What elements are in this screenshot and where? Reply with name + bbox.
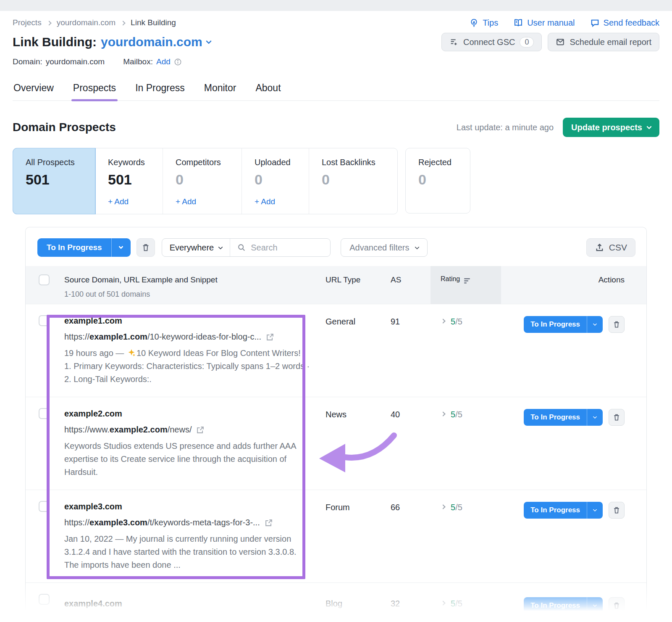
domain-value: yourdomain.com (46, 57, 105, 66)
snippet-text: 19 hours ago — 10 Keyword Ideas For Blog… (64, 347, 312, 386)
tab-prospects[interactable]: Prospects (73, 82, 116, 100)
to-in-progress-caret[interactable] (587, 409, 603, 426)
card-label: Keywords (108, 158, 158, 167)
external-link-icon[interactable] (265, 332, 275, 342)
page-title-prefix: Link Building: (13, 35, 97, 49)
chevron-down-icon (218, 245, 223, 249)
breadcrumb-projects[interactable]: Projects (13, 18, 42, 27)
as-value: 66 (386, 502, 430, 572)
col-rating-label: Rating (441, 266, 460, 283)
send-feedback-label: Send feedback (604, 18, 659, 28)
add-competitors-link[interactable]: + Add (176, 197, 237, 206)
row-checkbox[interactable] (39, 501, 50, 512)
tab-monitor[interactable]: Monitor (204, 82, 236, 100)
to-in-progress-caret[interactable] (587, 502, 603, 519)
page-title-domain[interactable]: yourdomain.com (101, 35, 202, 49)
card-keywords[interactable]: Keywords 501 + Add (95, 148, 163, 214)
source-domain: example4.com (64, 599, 321, 609)
as-value: 91 (386, 316, 430, 386)
row-checkbox[interactable] (39, 594, 50, 605)
delete-row-button[interactable] (609, 409, 625, 426)
delete-row-button[interactable] (609, 597, 625, 614)
card-value: 0 (322, 171, 393, 188)
search-input[interactable] (251, 243, 323, 253)
export-csv-button[interactable]: CSV (586, 238, 635, 257)
col-url-type-header[interactable]: URL Type (321, 266, 386, 285)
row-checkbox[interactable] (39, 315, 50, 326)
to-in-progress-button[interactable]: To In Progress (524, 409, 603, 426)
card-rejected[interactable]: Rejected 0 (405, 148, 470, 213)
bulk-delete-button[interactable] (136, 238, 155, 257)
tab-about[interactable]: About (255, 82, 281, 100)
search-field[interactable] (230, 239, 330, 256)
schedule-email-report-button[interactable]: Schedule email report (548, 33, 659, 51)
chevron-right-icon (47, 21, 51, 25)
rows-range-text: 1-100 out of 501 domains (64, 290, 321, 299)
trash-icon (612, 506, 621, 514)
info-icon[interactable] (174, 58, 182, 66)
advanced-filters-dropdown[interactable]: Advanced filters (341, 238, 427, 257)
sort-bars-icon (464, 278, 471, 284)
chevron-right-icon[interactable] (441, 504, 445, 509)
card-uploaded[interactable]: Uploaded 0 + Add (242, 148, 309, 214)
card-all-prospects[interactable]: All Prospects 501 (13, 148, 95, 214)
url-type-value: Blog (321, 595, 386, 614)
external-link-icon[interactable] (196, 425, 205, 435)
select-all-checkbox[interactable] (39, 274, 50, 285)
bulk-action-caret[interactable] (111, 238, 131, 257)
delete-row-button[interactable] (609, 502, 625, 519)
mailbox-add-link[interactable]: Add (156, 57, 171, 66)
trash-icon (141, 243, 150, 252)
speech-bubble-icon (590, 18, 600, 28)
row-checkbox[interactable] (39, 408, 50, 419)
tips-link[interactable]: Tips (469, 18, 498, 28)
breadcrumb-domain[interactable]: yourdomain.com (57, 18, 116, 27)
user-manual-link[interactable]: User manual (513, 18, 575, 28)
to-in-progress-label: To In Progress (524, 316, 587, 333)
send-feedback-link[interactable]: Send feedback (590, 18, 659, 28)
external-link-icon[interactable] (264, 518, 273, 527)
col-as-header[interactable]: AS (386, 266, 430, 285)
tab-in-progress[interactable]: In Progress (135, 82, 185, 100)
bulk-to-in-progress-button[interactable]: To In Progress (37, 238, 131, 257)
trash-icon (612, 413, 621, 422)
update-prospects-button[interactable]: Update prospects (563, 118, 659, 137)
to-in-progress-caret[interactable] (587, 316, 603, 333)
to-in-progress-label: To In Progress (524, 409, 587, 426)
magnifier-icon (237, 243, 246, 252)
user-manual-label: User manual (527, 18, 575, 28)
tab-overview[interactable]: Overview (13, 82, 54, 100)
chevron-right-icon[interactable] (441, 601, 445, 605)
chevron-right-icon[interactable] (441, 411, 445, 416)
source-domain: example1.com (64, 316, 321, 326)
chevron-down-icon (646, 124, 652, 129)
chevron-down-icon[interactable] (206, 38, 212, 44)
card-value: 501 (26, 171, 91, 188)
connect-gsc-button[interactable]: Connect GSC 0 (441, 33, 542, 51)
schedule-email-report-label: Schedule email report (570, 37, 651, 47)
to-in-progress-button[interactable]: To In Progress (524, 502, 603, 519)
book-icon (513, 18, 523, 28)
search-scope-dropdown[interactable]: Everywhere (162, 239, 231, 256)
card-competitors[interactable]: Competitors 0 + Add (163, 148, 242, 214)
col-rating-header[interactable]: Rating (430, 266, 501, 304)
breadcrumb: Projects yourdomain.com Link Building (13, 18, 176, 27)
card-label: Competitors (176, 158, 237, 167)
breadcrumb-current: Link Building (131, 18, 176, 27)
to-in-progress-caret[interactable] (587, 597, 603, 614)
to-in-progress-button[interactable]: To In Progress (524, 316, 603, 333)
url-type-value: General (321, 316, 386, 386)
rating-cell: 5/5 (430, 409, 501, 479)
update-prospects-label: Update prospects (571, 123, 642, 132)
lightbulb-icon (469, 18, 479, 28)
add-uploaded-link[interactable]: + Add (255, 197, 304, 206)
card-value: 0 (255, 171, 304, 188)
to-in-progress-button[interactable]: To In Progress (524, 597, 603, 614)
card-lost-backlinks[interactable]: Lost Backlinks 0 (309, 148, 397, 214)
advanced-filters-label: Advanced filters (349, 243, 409, 253)
bulk-action-label: To In Progress (37, 238, 111, 257)
table-row: example1.com https://example1.com/10-key… (26, 304, 646, 397)
delete-row-button[interactable] (609, 316, 625, 333)
add-keywords-link[interactable]: + Add (108, 197, 158, 206)
chevron-right-icon[interactable] (441, 319, 445, 323)
